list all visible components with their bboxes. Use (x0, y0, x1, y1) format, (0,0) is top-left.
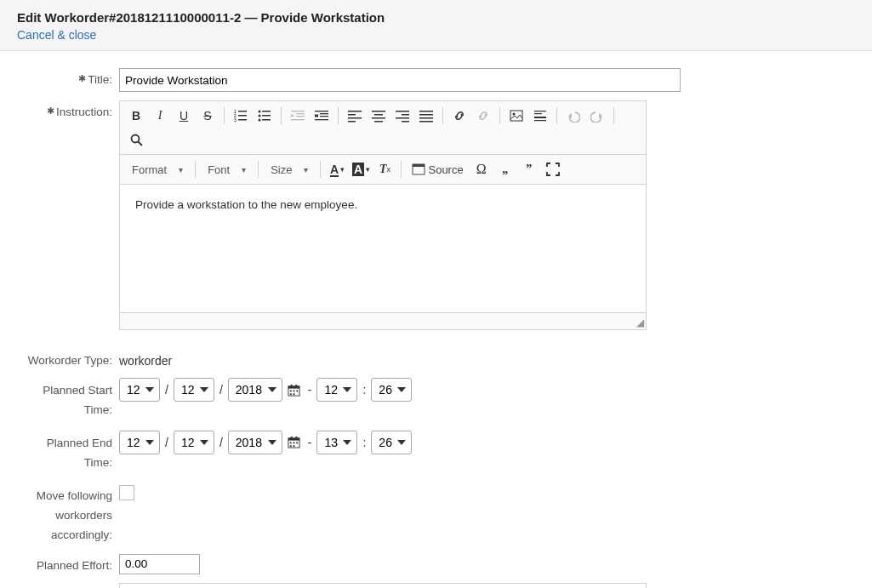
remove-quote-icon[interactable]: ” (518, 158, 540, 180)
font-dropdown[interactable]: Font▾ (201, 158, 253, 180)
svg-rect-38 (419, 121, 433, 123)
cancel-close-link[interactable]: Cancel & close (17, 28, 96, 42)
svg-rect-1 (238, 111, 247, 112)
resize-grip-icon[interactable]: ◢ (636, 317, 644, 328)
size-dropdown[interactable]: Size▾ (264, 158, 315, 180)
workorder-type-label: Workorder Type: (17, 349, 119, 367)
svg-rect-3 (238, 115, 247, 117)
start-hour-select[interactable]: 12 (316, 378, 357, 402)
start-year-select[interactable]: 2018 (228, 378, 282, 402)
title-input[interactable] (119, 68, 681, 92)
strikethrough-icon[interactable]: S (197, 105, 219, 127)
required-icon: ✱ (78, 73, 86, 83)
outdent-icon (287, 105, 309, 127)
svg-rect-20 (320, 113, 328, 114)
separator (320, 161, 321, 178)
svg-rect-36 (419, 114, 433, 116)
unordered-list-icon[interactable] (254, 105, 276, 127)
workorder-type-value: workorder (119, 349, 172, 368)
calendar-icon[interactable] (286, 384, 303, 397)
split-quote-icon[interactable]: „ (494, 158, 516, 180)
separator (224, 107, 225, 124)
maximize-icon[interactable] (542, 158, 564, 180)
start-minute-select[interactable]: 26 (371, 378, 412, 402)
separator (442, 107, 443, 124)
align-right-icon[interactable] (391, 105, 413, 127)
align-left-icon[interactable] (344, 105, 366, 127)
image-icon[interactable] (505, 105, 527, 127)
end-hour-select[interactable]: 13 (316, 431, 357, 454)
page-title: Edit Workorder#2018121110000011-2 — Prov… (17, 10, 855, 25)
planned-start-label: Planned Start Time: (17, 376, 119, 420)
italic-icon[interactable]: I (149, 105, 171, 127)
svg-point-8 (259, 115, 261, 117)
editor-statusbar: ◢ (120, 312, 646, 329)
unlink-icon (472, 105, 494, 127)
svg-rect-41 (534, 111, 546, 111)
svg-rect-11 (262, 119, 271, 121)
separator (258, 161, 259, 178)
svg-rect-28 (374, 114, 383, 116)
editor-toolbar-2: Format▾ Font▾ Size▾ A▾ A▾ Tx Source Ω „ (120, 155, 646, 185)
svg-rect-63 (296, 437, 298, 439)
special-char-icon[interactable]: Ω (470, 158, 493, 180)
title-label: ✱Title: (17, 68, 119, 86)
link-icon[interactable] (448, 105, 470, 127)
separator (499, 107, 500, 124)
svg-rect-27 (372, 111, 385, 112)
svg-rect-43 (534, 117, 546, 118)
svg-rect-32 (402, 114, 409, 116)
align-justify-icon[interactable] (415, 105, 437, 127)
planned-end-controls: 12 / 12 / 2018 - 13 : 26 (119, 429, 412, 454)
ordered-list-icon[interactable]: 123 (230, 105, 252, 127)
date-separator: / (165, 383, 168, 397)
svg-rect-29 (372, 117, 385, 119)
find-icon[interactable] (125, 128, 147, 151)
svg-rect-37 (419, 117, 433, 119)
time-separator: : (362, 383, 366, 397)
source-button[interactable]: Source (407, 158, 468, 180)
time-separator: : (362, 436, 366, 449)
underline-icon[interactable]: U (173, 105, 195, 127)
format-dropdown[interactable]: Format▾ (125, 158, 190, 180)
horizontal-rule-icon[interactable] (529, 105, 551, 127)
planned-effort-input[interactable] (119, 554, 200, 574)
svg-rect-44 (534, 120, 546, 121)
separator (281, 107, 282, 124)
move-following-checkbox[interactable] (119, 485, 134, 500)
remove-format-icon[interactable]: Tx (373, 158, 396, 180)
svg-rect-31 (396, 111, 409, 112)
planned-end-label: Planned End Time: (17, 429, 119, 473)
start-day-select[interactable]: 12 (174, 378, 214, 402)
start-month-select[interactable]: 12 (119, 378, 160, 402)
calendar-icon[interactable] (286, 436, 303, 448)
indent-icon[interactable] (311, 105, 333, 127)
end-day-select[interactable]: 12 (174, 431, 214, 454)
svg-rect-62 (291, 437, 293, 439)
end-month-select[interactable]: 12 (119, 431, 160, 454)
rich-text-editor: B I U S 123 (119, 100, 647, 330)
end-minute-select[interactable]: 26 (371, 431, 412, 454)
date-separator: / (165, 436, 168, 449)
date-separator: / (219, 383, 223, 397)
required-icon: ✱ (47, 106, 54, 116)
editor-content[interactable]: Provide a workstation to the new employe… (120, 185, 646, 312)
align-center-icon[interactable] (368, 105, 390, 127)
attachment-dropzone[interactable]: Click to select files or just drop them … (119, 583, 647, 588)
instruction-label: ✱Instruction: (17, 100, 119, 118)
page-header: Edit Workorder#2018121110000011-2 — Prov… (0, 0, 872, 51)
svg-rect-64 (290, 442, 292, 444)
bold-icon[interactable]: B (125, 105, 147, 127)
attachment-label: Attachment: (17, 583, 119, 588)
planned-start-controls: 12 / 12 / 2018 - 12 : 26 (119, 376, 412, 402)
separator (338, 107, 339, 124)
svg-marker-13 (291, 114, 294, 117)
move-following-label: Move following workorders accordingly: (17, 482, 119, 545)
background-color-icon[interactable]: A▾ (350, 158, 372, 180)
text-color-icon[interactable]: A▾ (326, 158, 348, 180)
end-year-select[interactable]: 2018 (228, 431, 282, 454)
svg-rect-16 (291, 119, 305, 120)
svg-rect-15 (296, 116, 305, 117)
svg-text:3: 3 (234, 117, 237, 123)
svg-rect-53 (291, 384, 293, 386)
